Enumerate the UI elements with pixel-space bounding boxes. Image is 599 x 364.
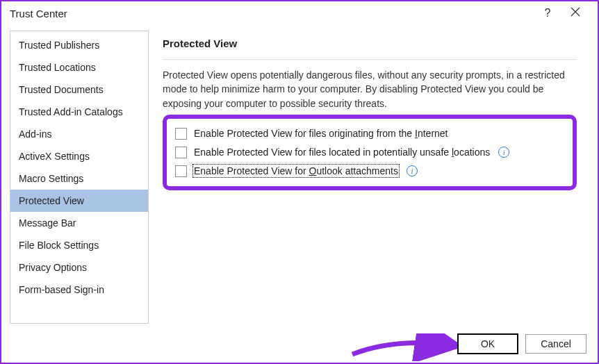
checkbox-icon[interactable] <box>175 147 187 158</box>
info-icon[interactable]: i <box>498 147 509 158</box>
ok-button[interactable]: OK <box>457 333 518 354</box>
help-button[interactable]: ? <box>534 7 561 19</box>
sidebar-item-trusted-addin-catalogs[interactable]: Trusted Add-in Catalogs <box>10 101 148 123</box>
option-outlook-attachments[interactable]: Enable Protected View for Outlook attach… <box>172 162 567 181</box>
sidebar-item-trusted-publishers[interactable]: Trusted Publishers <box>10 34 148 56</box>
sidebar-item-activex-settings[interactable]: ActiveX Settings <box>10 145 148 167</box>
sidebar-item-trusted-documents[interactable]: Trusted Documents <box>10 78 148 101</box>
option-unsafe-locations[interactable]: Enable Protected View for files located … <box>172 143 567 162</box>
sidebar-item-addins[interactable]: Add-ins <box>10 123 148 145</box>
checkbox-icon[interactable] <box>175 165 187 177</box>
sidebar-item-macro-settings[interactable]: Macro Settings <box>10 167 148 190</box>
sidebar-item-form-signin[interactable]: Form-based Sign-in <box>10 279 148 301</box>
sidebar-item-protected-view[interactable]: Protected View <box>10 190 148 212</box>
option-label: Enable Protected View for files located … <box>194 147 490 158</box>
window-title: Trust Center <box>10 8 534 19</box>
sidebar-item-privacy-options[interactable]: Privacy Options <box>10 256 148 279</box>
section-title: Protected View <box>163 38 577 60</box>
checkbox-icon[interactable] <box>175 128 187 140</box>
dialog-body: Trusted Publishers Trusted Locations Tru… <box>1 25 598 324</box>
close-button[interactable] <box>561 7 589 19</box>
titlebar: Trust Center ? <box>1 1 598 25</box>
dialog-footer: OK Cancel <box>457 333 586 354</box>
close-icon <box>571 7 580 17</box>
annotation-arrow <box>349 333 467 361</box>
option-internet[interactable]: Enable Protected View for files originat… <box>172 124 567 143</box>
section-description: Protected View opens potentially dangero… <box>163 68 577 110</box>
option-label: Enable Protected View for files originat… <box>194 128 448 139</box>
content-pane: Protected View Protected View opens pote… <box>149 31 589 324</box>
sidebar-item-trusted-locations[interactable]: Trusted Locations <box>10 56 148 78</box>
info-icon[interactable]: i <box>407 165 418 176</box>
option-label: Enable Protected View for Outlook attach… <box>194 165 398 176</box>
annotation-highlight-box: Enable Protected View for files originat… <box>163 115 577 190</box>
cancel-button[interactable]: Cancel <box>525 334 586 354</box>
sidebar-item-file-block-settings[interactable]: File Block Settings <box>10 234 148 256</box>
sidebar-item-message-bar[interactable]: Message Bar <box>10 212 148 234</box>
sidebar: Trusted Publishers Trusted Locations Tru… <box>10 31 149 324</box>
